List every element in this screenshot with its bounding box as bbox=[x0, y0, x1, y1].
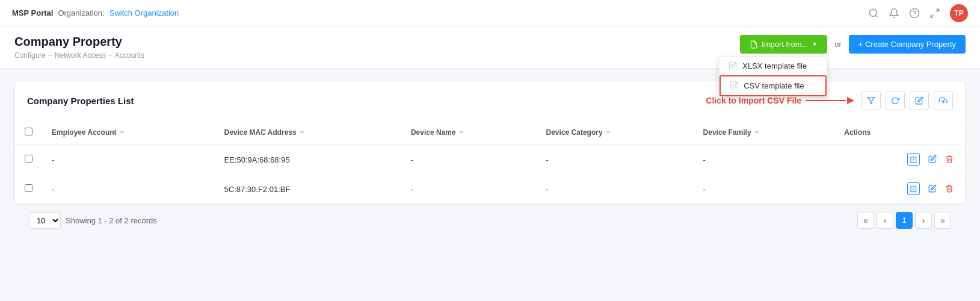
pagination-row: 10 25 50 Showing 1 - 2 of 2 records « ‹ … bbox=[14, 205, 966, 236]
create-btn-label: + Create Company Property bbox=[858, 40, 956, 49]
xlsx-file-icon: 📄 bbox=[728, 61, 738, 70]
row2-checkbox[interactable] bbox=[25, 184, 32, 192]
th-device-family: Device Family ≡ bbox=[694, 120, 835, 145]
row1-edit-icon bbox=[928, 155, 937, 163]
csv-template-item[interactable]: 📄 CSV template file bbox=[720, 75, 827, 96]
import-dropdown-menu: 📄 XLSX template file 📄 CSV template file bbox=[719, 56, 827, 97]
page-1-button[interactable]: 1 bbox=[896, 212, 913, 229]
hint-arrow bbox=[806, 96, 854, 105]
row1-actions: ⊡ bbox=[834, 145, 965, 175]
upload-button[interactable] bbox=[934, 91, 953, 110]
svg-line-3 bbox=[936, 9, 939, 12]
th-device-category: Device Category ≡ bbox=[537, 120, 694, 145]
refresh-button[interactable] bbox=[886, 91, 905, 110]
select-all-checkbox[interactable] bbox=[25, 128, 32, 135]
th-actions: Actions bbox=[834, 120, 965, 145]
svg-line-4 bbox=[931, 14, 934, 17]
filter-mac-icon[interactable]: ≡ bbox=[300, 129, 304, 136]
create-company-property-button[interactable]: + Create Company Property bbox=[849, 35, 966, 54]
content-card: Company Properties List Click to Import … bbox=[14, 81, 966, 205]
breadcrumb-configure[interactable]: Configure bbox=[14, 51, 46, 60]
pagination-controls: « ‹ 1 › » bbox=[857, 212, 951, 229]
row1-edit-button[interactable] bbox=[926, 153, 938, 167]
table-row: - 5C:87:30:F2:01:BF - - - ⊡ bbox=[15, 175, 965, 204]
row2-expand-icon: ⊡ bbox=[907, 182, 920, 195]
row1-expand-button[interactable]: ⊡ bbox=[905, 152, 922, 167]
breadcrumb-accounts[interactable]: Accounts bbox=[115, 51, 144, 60]
org-label: Organization: bbox=[58, 8, 104, 17]
avatar[interactable]: TP bbox=[950, 4, 968, 22]
nav-right: TP bbox=[868, 4, 968, 22]
bell-icon[interactable] bbox=[889, 8, 899, 19]
next-page-button[interactable]: › bbox=[915, 212, 932, 229]
edit-columns-button[interactable] bbox=[910, 91, 929, 110]
filter-employee-icon[interactable]: ≡ bbox=[120, 129, 124, 136]
row2-device-family: - bbox=[694, 175, 835, 204]
page-header: Company Property Configure – Network Acc… bbox=[0, 26, 980, 69]
xlsx-label: XLSX template file bbox=[742, 61, 807, 70]
page-size-selector: 10 25 50 Showing 1 - 2 of 2 records bbox=[29, 213, 157, 229]
page-title-section: Company Property Configure – Network Acc… bbox=[14, 35, 144, 68]
records-info: Showing 1 - 2 of 2 records bbox=[66, 216, 157, 225]
table-row: - EE:50:9A:68:68:95 - - - ⊡ bbox=[15, 145, 965, 175]
row1-checkbox[interactable] bbox=[25, 155, 32, 163]
csv-file-icon: 📄 bbox=[729, 81, 739, 90]
th-device-name: Device Name ≡ bbox=[401, 120, 537, 145]
row2-delete-icon bbox=[945, 184, 954, 193]
filter-button[interactable] bbox=[861, 91, 881, 110]
upload-icon bbox=[939, 96, 948, 105]
header-actions: Import from... ▼ 📄 XLSX template file 📄 … bbox=[740, 35, 966, 62]
prev-page-button[interactable]: ‹ bbox=[877, 212, 893, 229]
search-icon[interactable] bbox=[868, 8, 879, 19]
row2-employee-account: - bbox=[42, 175, 215, 204]
row2-edit-icon bbox=[928, 184, 937, 193]
click-hint-text: Click to Import CSV File bbox=[706, 96, 854, 105]
filter-family-icon[interactable]: ≡ bbox=[755, 129, 759, 136]
filter-name-icon[interactable]: ≡ bbox=[460, 129, 463, 136]
import-from-button[interactable]: Import from... ▼ bbox=[740, 35, 827, 54]
row1-device-family: - bbox=[694, 145, 835, 175]
row1-employee-account: - bbox=[42, 145, 215, 175]
row2-actions: ⊡ bbox=[834, 175, 965, 204]
switch-org-link[interactable]: Switch Organization bbox=[109, 8, 179, 17]
table-header-row: Employee Account ≡ Device MAC Address ≡ bbox=[15, 120, 965, 145]
row1-device-mac: EE:50:9A:68:68:95 bbox=[215, 145, 401, 175]
breadcrumb: Configure – Network Access – Accounts bbox=[14, 51, 144, 68]
csv-label: CSV template file bbox=[744, 81, 804, 90]
breadcrumb-network-access[interactable]: Network Access bbox=[55, 51, 106, 60]
breadcrumb-sep1: – bbox=[48, 51, 52, 60]
row2-device-mac: 5C:87:30:F2:01:BF bbox=[215, 175, 401, 204]
row1-delete-icon bbox=[945, 155, 954, 163]
page-title: Company Property bbox=[14, 35, 144, 49]
row2-edit-button[interactable] bbox=[926, 182, 938, 196]
row1-device-category: - bbox=[537, 145, 694, 175]
card-toolbar bbox=[861, 91, 953, 110]
nav-left: MSP Portal Organization: Switch Organiza… bbox=[12, 8, 179, 17]
msp-portal-label: MSP Portal bbox=[12, 8, 53, 17]
filter-icon bbox=[867, 96, 875, 105]
import-dropdown-container: Import from... ▼ 📄 XLSX template file 📄 … bbox=[740, 35, 827, 54]
expand-nav-icon[interactable] bbox=[929, 8, 940, 19]
xlsx-template-item[interactable]: 📄 XLSX template file bbox=[720, 57, 827, 75]
table-wrapper: Employee Account ≡ Device MAC Address ≡ bbox=[15, 120, 965, 204]
help-icon[interactable] bbox=[909, 8, 920, 19]
row2-device-name: - bbox=[401, 175, 537, 204]
top-nav: MSP Portal Organization: Switch Organiza… bbox=[0, 0, 980, 26]
dropdown-arrow: ▼ bbox=[812, 41, 818, 48]
row2-expand-button[interactable]: ⊡ bbox=[905, 182, 922, 196]
filter-category-icon[interactable]: ≡ bbox=[606, 129, 610, 136]
table-body: - EE:50:9A:68:68:95 - - - ⊡ bbox=[15, 145, 965, 204]
last-page-button[interactable]: » bbox=[934, 212, 951, 229]
refresh-icon bbox=[891, 96, 899, 105]
edit-columns-icon bbox=[915, 96, 923, 105]
svg-marker-5 bbox=[868, 98, 875, 104]
page-size-select[interactable]: 10 25 50 bbox=[29, 213, 61, 229]
import-icon bbox=[750, 40, 758, 49]
row1-checkbox-cell bbox=[15, 145, 42, 175]
row1-delete-button[interactable] bbox=[943, 153, 955, 167]
main-content: Company Properties List Click to Import … bbox=[0, 69, 980, 248]
first-page-button[interactable]: « bbox=[857, 212, 874, 229]
th-employee-account: Employee Account ≡ bbox=[42, 120, 215, 145]
row2-checkbox-cell bbox=[15, 175, 42, 204]
row2-delete-button[interactable] bbox=[943, 182, 955, 196]
